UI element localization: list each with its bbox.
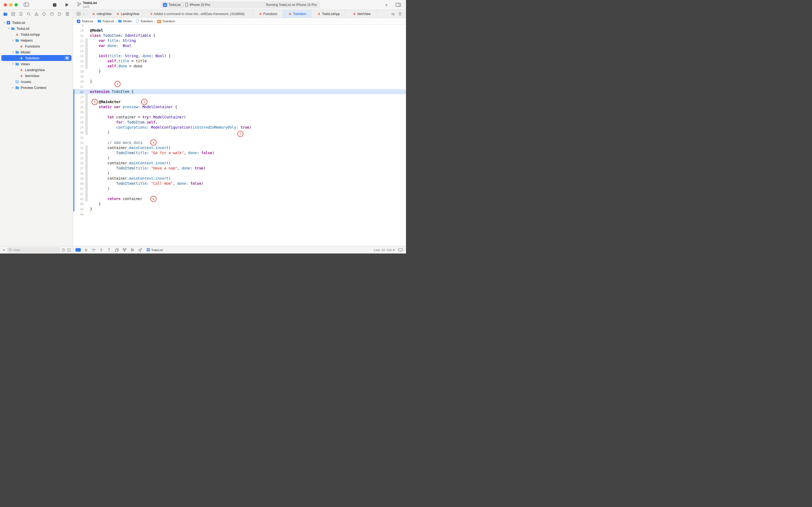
- sidebar-item-helpers[interactable]: ▾Helpers: [0, 37, 73, 43]
- code-line-41[interactable]: 41 ): [73, 186, 406, 191]
- line-number[interactable]: 17: [73, 65, 85, 68]
- sidebar-item-preview-content[interactable]: ▸Preview Content: [0, 84, 73, 91]
- code-line-17[interactable]: 17 self.done = done: [73, 64, 406, 69]
- report-navigator-icon[interactable]: [65, 12, 69, 16]
- step-out-icon[interactable]: [107, 248, 111, 252]
- code-line-20[interactable]: 20}: [73, 79, 406, 84]
- line-number[interactable]: 36: [73, 162, 85, 165]
- breadcrumb-item-todoitem-3[interactable]: TodoItem: [136, 19, 153, 23]
- code-line-38[interactable]: 38 ): [73, 171, 406, 176]
- line-number[interactable]: 9: [73, 25, 85, 27]
- breadcrumb-item-model-2[interactable]: Model: [118, 19, 131, 23]
- recent-files-filter-icon[interactable]: [61, 248, 65, 252]
- line-number[interactable]: 13: [73, 44, 85, 48]
- disclosure-down-icon[interactable]: ▾: [11, 51, 15, 53]
- line-number[interactable]: 38: [73, 172, 85, 175]
- related-items-icon[interactable]: [76, 12, 80, 16]
- breakpoints-toggle[interactable]: [75, 248, 81, 251]
- line-number[interactable]: 12: [73, 39, 85, 43]
- sidebar-item-todolistapp[interactable]: TodoListApp: [0, 32, 73, 37]
- stop-button[interactable]: [53, 3, 56, 7]
- go-back-button[interactable]: ‹: [83, 11, 84, 16]
- line-number[interactable]: 32: [73, 141, 85, 145]
- disclosure-down-icon[interactable]: ▾: [3, 21, 6, 24]
- code-line-36[interactable]: 36 container.mainContext.insert(: [73, 161, 406, 166]
- line-number[interactable]: 37: [73, 167, 85, 170]
- code-line-25[interactable]: 25 static var preview: ModelContainer {: [73, 105, 406, 110]
- line-number[interactable]: 45: [73, 208, 85, 211]
- find-navigator-icon[interactable]: [26, 12, 31, 16]
- breadcrumb-item-todolist-1[interactable]: TodoList: [98, 19, 114, 23]
- toggle-navigator-icon[interactable]: [23, 2, 29, 7]
- sidebar-item-todolist[interactable]: ▾TodoList: [0, 25, 73, 32]
- source-editor[interactable]: 910@Model11class TodoItem: Identifiable …: [73, 25, 406, 246]
- line-number[interactable]: 11: [73, 34, 85, 37]
- debug-navigator-icon[interactable]: [50, 12, 54, 16]
- line-number[interactable]: 31: [73, 136, 85, 139]
- line-number[interactable]: 20: [73, 80, 85, 83]
- bookmark-navigator-icon[interactable]: [19, 12, 23, 16]
- sidebar-item-landingview[interactable]: LandingView: [0, 67, 73, 73]
- code-line-39[interactable]: 39 container.mainContext.insert(: [73, 176, 406, 181]
- disclosure-down-icon[interactable]: ▾: [7, 27, 10, 30]
- line-number[interactable]: 19: [73, 75, 85, 78]
- source-control-navigator-icon[interactable]: [11, 12, 15, 16]
- line-number[interactable]: 10: [73, 29, 85, 32]
- breadcrumb-item-todolist-0[interactable]: ATodoList: [77, 19, 93, 23]
- minimize-window-button[interactable]: [9, 3, 12, 6]
- code-line-9[interactable]: 9: [73, 25, 406, 28]
- scm-status-filter-icon[interactable]: [67, 248, 71, 252]
- code-line-11[interactable]: 11class TodoItem: Identifiable {: [73, 33, 406, 38]
- disclosure-down-icon[interactable]: ▾: [11, 39, 15, 42]
- code-line-30[interactable]: 30 ): [73, 130, 406, 135]
- line-number[interactable]: 30: [73, 131, 85, 134]
- code-line-37[interactable]: 37 TodoItem(title: "Have a nap", done: t…: [73, 166, 406, 171]
- line-number[interactable]: 42: [73, 192, 85, 195]
- code-line-16[interactable]: 16 self.title = title: [73, 59, 406, 64]
- run-button[interactable]: [65, 3, 69, 7]
- line-number[interactable]: 41: [73, 187, 85, 190]
- tab-landingview[interactable]: LandingView: [113, 10, 142, 18]
- tab-added-a-command-to-show-[interactable]: #Added a command to show the...wiftData …: [142, 10, 253, 18]
- code-line-31[interactable]: 31: [73, 135, 406, 140]
- sidebar-item-functions[interactable]: Functions: [0, 43, 73, 49]
- code-line-18[interactable]: 18 }: [73, 69, 406, 74]
- code-line-15[interactable]: 15 init(title: String, done: Bool) {: [73, 53, 406, 59]
- adjust-editor-options-icon[interactable]: ☰: [398, 12, 402, 16]
- line-number[interactable]: 40: [73, 182, 85, 185]
- tab-itemview[interactable]: ItemView: [346, 10, 378, 18]
- line-number[interactable]: 43: [73, 198, 85, 201]
- code-line-33[interactable]: 33 container.mainContext.insert(: [73, 145, 406, 150]
- code-line-13[interactable]: 13 var done: Bool: [73, 43, 406, 48]
- line-number[interactable]: 46: [73, 213, 85, 216]
- code-line-46[interactable]: 46: [73, 212, 406, 217]
- line-number[interactable]: 28: [73, 121, 85, 124]
- code-line-19[interactable]: 19: [73, 74, 406, 79]
- code-line-44[interactable]: 44 }: [73, 202, 406, 207]
- project-navigator-icon[interactable]: [3, 12, 7, 16]
- line-number[interactable]: 33: [73, 146, 85, 150]
- line-number[interactable]: 26: [73, 111, 85, 114]
- line-number[interactable]: 21: [73, 85, 85, 88]
- tab-ndingview[interactable]: ndingView: [91, 10, 113, 18]
- code-line-23[interactable]: 23: [73, 94, 406, 99]
- code-line-42[interactable]: 42: [73, 191, 406, 196]
- zoom-window-button[interactable]: [14, 3, 18, 6]
- add-file-button[interactable]: +: [3, 248, 5, 252]
- code-line-45[interactable]: 45}: [73, 207, 406, 212]
- line-number[interactable]: 25: [73, 106, 85, 109]
- code-line-26[interactable]: 26: [73, 110, 406, 115]
- line-number[interactable]: 39: [73, 177, 85, 180]
- disclosure-right-icon[interactable]: ▸: [11, 86, 15, 89]
- step-into-icon[interactable]: [99, 248, 103, 252]
- running-process-chip[interactable]: TodoList: [147, 248, 163, 252]
- code-line-40[interactable]: 40 TodoItem(title: "Call mom", done: fal…: [73, 181, 406, 186]
- code-line-28[interactable]: 28 for: TodoItem.self,: [73, 120, 406, 125]
- filter-field[interactable]: [7, 247, 60, 252]
- filter-input[interactable]: [13, 248, 58, 252]
- step-over-icon[interactable]: [91, 248, 96, 252]
- code-line-12[interactable]: 12 var title: String: [73, 38, 406, 43]
- line-number[interactable]: 16: [73, 60, 85, 63]
- scheme-status-pill[interactable]: A TodoList 〉 iPhone 15 Pro Running TodoL…: [161, 1, 320, 8]
- code-line-34[interactable]: 34 TodoItem(title: "Go for a walk", done…: [73, 150, 406, 156]
